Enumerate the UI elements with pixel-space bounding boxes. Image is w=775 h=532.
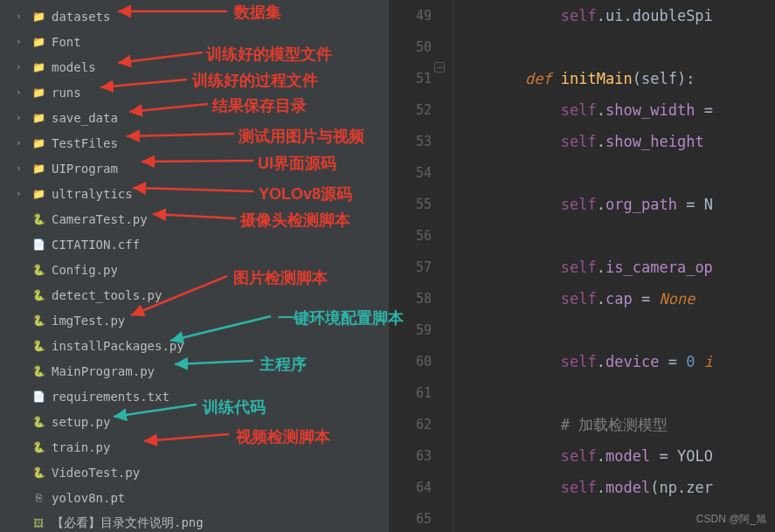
python-file-icon: 🐍 (31, 415, 45, 429)
text-file-icon: 📄 (31, 390, 45, 404)
tree-label: TestFiles (52, 136, 118, 150)
tree-item-config[interactable]: 🐍 Config.py (0, 257, 389, 282)
tree-item-citation[interactable]: 📄 CITATION.cff (0, 231, 389, 257)
chevron-right-icon: › (16, 188, 26, 199)
python-file-icon: 🐍 (31, 212, 45, 226)
tree-item-requirements[interactable]: 📄 requirements.txt (0, 383, 389, 409)
line-number: 54 (389, 157, 432, 189)
tree-label: imgTest.py (52, 314, 125, 328)
code-line[interactable] (453, 31, 775, 63)
code-line[interactable]: self.ui.doubleSpi (453, 0, 775, 31)
tree-label: ultralytics (52, 187, 133, 201)
tree-label: yolov8n.pt (52, 491, 125, 505)
tree-label: save_data (52, 111, 118, 125)
python-file-icon: 🐍 (31, 466, 45, 480)
tree-item-setup[interactable]: 🐍 setup.py (0, 409, 389, 434)
chevron-right-icon: › (16, 10, 26, 22)
line-number: 50 (389, 31, 432, 63)
code-line[interactable]: def initMain(self): (453, 63, 775, 94)
code-line[interactable]: self.show_height (453, 126, 775, 157)
tree-item-videotest[interactable]: 🐍 VideoTest.py (0, 459, 389, 485)
tree-item-yolov8n[interactable]: ⎘ yolov8n.pt (0, 485, 389, 510)
tree-label: Font (52, 35, 81, 49)
code-area[interactable]: self.ui.doubleSpi def initMain(self): se… (453, 0, 775, 532)
chevron-right-icon: › (16, 36, 26, 47)
python-file-icon: 🐍 (31, 263, 45, 277)
editor-panel[interactable]: 49 50 51 52 53 54 55 56 57 58 59 60 61 6… (389, 0, 775, 532)
tree-item-models[interactable]: › 📁 models (0, 54, 389, 79)
tree-label: datasets (52, 10, 110, 24)
chevron-right-icon: › (16, 162, 26, 174)
tree-label: CITATION.cff (52, 238, 140, 252)
code-line[interactable] (453, 314, 775, 346)
line-number: 57 (389, 252, 432, 283)
line-number: 51 (389, 63, 432, 94)
tree-label: runs (52, 86, 81, 100)
chevron-right-icon: › (16, 112, 26, 123)
code-line[interactable] (453, 157, 775, 189)
python-file-icon: 🐍 (31, 364, 45, 378)
folder-icon: 📁 (31, 187, 45, 201)
code-line[interactable]: self.show_width = (453, 94, 775, 126)
fold-icon[interactable]: − (434, 62, 445, 73)
tree-item-imgtest[interactable]: 🐍 imgTest.py (0, 307, 389, 333)
tree-item-save-data[interactable]: › 📁 save_data (0, 105, 389, 130)
folder-icon: 📁 (31, 10, 45, 24)
line-number: 61 (389, 377, 432, 409)
watermark: CSDN @阿_旭 (696, 512, 766, 527)
code-line[interactable] (453, 377, 775, 409)
tree-item-font[interactable]: › 📁 Font (0, 29, 389, 54)
line-number: 56 (389, 220, 432, 252)
folder-icon: 📁 (31, 60, 45, 74)
tree-item-train[interactable]: 🐍 train.py (0, 434, 389, 459)
tree-label: train.py (52, 440, 110, 454)
line-number: 65 (389, 503, 432, 532)
tree-item-detect-tools[interactable]: 🐍 detect_tools.py (0, 282, 389, 307)
code-line[interactable]: self.device = 0 i (453, 346, 775, 377)
line-number: 53 (389, 126, 432, 157)
code-line[interactable]: # 加载检测模型 (453, 409, 775, 440)
python-file-icon: 🐍 (31, 314, 45, 328)
chevron-right-icon: › (16, 86, 26, 98)
tree-item-readme-png[interactable]: 🖼 【必看】目录文件说明.png (0, 510, 389, 532)
line-gutter: 49 50 51 52 53 54 55 56 57 58 59 60 61 6… (389, 0, 453, 532)
line-number: 63 (389, 440, 432, 472)
tree-label: requirements.txt (52, 390, 170, 404)
code-line[interactable] (453, 220, 775, 252)
tree-label: 【必看】目录文件说明.png (52, 515, 204, 531)
image-file-icon: 🖼 (31, 516, 45, 530)
tree-item-runs[interactable]: › 📁 runs (0, 79, 389, 105)
file-icon: 📄 (31, 238, 45, 252)
tree-label: detect_tools.py (52, 288, 162, 302)
line-number: 64 (389, 472, 432, 503)
line-number: 58 (389, 283, 432, 314)
tree-label: VideoTest.py (52, 466, 140, 480)
folder-icon: 📁 (31, 162, 45, 176)
folder-icon: 📁 (31, 35, 45, 49)
tree-item-testfiles[interactable]: › 📁 TestFiles (0, 130, 389, 155)
line-number: 60 (389, 346, 432, 377)
tree-item-mainprogram[interactable]: 🐍 MainProgram.py (0, 358, 389, 383)
line-number: 62 (389, 409, 432, 440)
code-line[interactable]: self.org_path = N (453, 189, 775, 220)
code-line[interactable]: self.model = YOLO (453, 440, 775, 472)
code-line[interactable]: self.model(np.zer (453, 472, 775, 503)
line-number: 49 (389, 0, 432, 31)
line-number: 59 (389, 314, 432, 346)
folder-icon: 📁 (31, 86, 45, 100)
tree-item-installpackages[interactable]: 🐍 installPackages.py (0, 333, 389, 358)
code-line[interactable]: self.is_camera_op (453, 252, 775, 283)
line-number: 55 (389, 189, 432, 220)
python-file-icon: 🐍 (31, 288, 45, 302)
file-icon: ⎘ (31, 491, 45, 505)
tree-item-ultralytics[interactable]: › 📁 ultralytics (0, 181, 389, 206)
python-file-icon: 🐍 (31, 339, 45, 353)
tree-item-cameratest[interactable]: 🐍 CameraTest.py (0, 206, 389, 231)
line-number: 52 (389, 94, 432, 126)
tree-label: Config.py (52, 263, 118, 277)
chevron-right-icon: › (16, 61, 26, 73)
tree-item-datasets[interactable]: › 📁 datasets (0, 3, 389, 29)
tree-item-uiprogram[interactable]: › 📁 UIProgram (0, 155, 389, 181)
code-line[interactable]: self.cap = None (453, 283, 775, 314)
project-tree[interactable]: › 📁 datasets › 📁 Font › 📁 models › 📁 run… (0, 0, 389, 532)
